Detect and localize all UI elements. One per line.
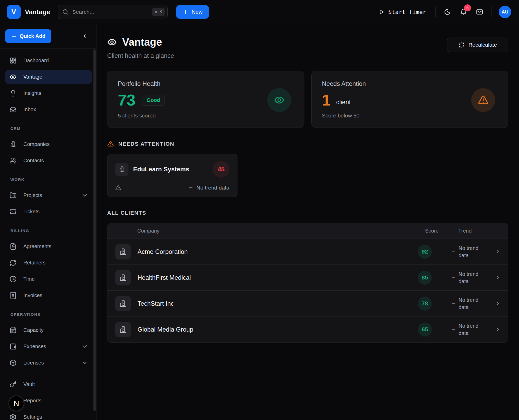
play-icon: [378, 9, 385, 15]
eye-icon: [107, 37, 117, 47]
trend-text: No trend data: [459, 322, 482, 337]
sidebar-spacer: [5, 372, 92, 377]
sidebar-item-expenses[interactable]: Expenses: [5, 340, 92, 353]
sidebar-item-label: Reports: [23, 398, 42, 404]
messages-button[interactable]: [473, 6, 486, 18]
all-clients-section-title: ALL CLIENTS: [107, 210, 508, 216]
quick-add-button[interactable]: Quick Add: [5, 29, 51, 43]
sidebar-item-time[interactable]: Time: [5, 272, 92, 286]
search-input[interactable]: Search... ⌘ K: [58, 5, 168, 19]
eye-icon: [10, 73, 17, 80]
sidebar-item-projects[interactable]: Projects: [5, 188, 92, 202]
attention-client-alert: -: [126, 185, 127, 191]
user-avatar[interactable]: AU: [499, 6, 511, 18]
trend-text: No trend data: [459, 296, 482, 311]
document-icon: [10, 243, 17, 250]
sidebar-section-billing: BILLING: [10, 228, 92, 233]
company-name: TechStart Inc: [138, 300, 174, 307]
column-header-trend: Trend: [456, 228, 495, 234]
sidebar-item-label: Capacity: [23, 327, 44, 333]
start-timer-button[interactable]: Start Timer: [378, 9, 426, 15]
plus-icon: [11, 33, 17, 39]
sidebar-item-licenses[interactable]: Licenses: [5, 356, 92, 370]
receipt-icon: [10, 292, 17, 299]
sidebar-item-label: Retainers: [23, 260, 46, 266]
table-header-row: Company Score Trend: [107, 223, 508, 239]
new-button[interactable]: New: [176, 5, 209, 19]
needs-attention-section-title: NEEDS ATTENTION: [118, 141, 174, 147]
sidebar-item-label: Time: [23, 276, 35, 282]
sidebar-item-agreements[interactable]: Agreements: [5, 240, 92, 253]
sidebar-item-label: Agreements: [23, 243, 51, 249]
sidebar-item-capacity[interactable]: Capacity: [5, 323, 92, 337]
sidebar-item-label: Projects: [23, 192, 42, 198]
sidebar-item-label: Settings: [23, 414, 42, 420]
new-button-label: New: [192, 9, 202, 15]
sidebar-item-retainers[interactable]: Retainers: [5, 256, 92, 270]
calendar-icon: [10, 327, 17, 334]
company-name: Global Media Group: [138, 326, 193, 333]
notifications-button[interactable]: 6: [457, 6, 470, 18]
sidebar-item-label: Tickets: [23, 209, 40, 215]
avatar-initials: AU: [502, 9, 508, 15]
sidebar-item-vault[interactable]: Vault: [5, 377, 92, 391]
chevron-right-icon[interactable]: [495, 249, 501, 255]
nextjs-dev-indicator[interactable]: N: [9, 396, 24, 411]
key-icon: [10, 381, 17, 388]
table-row[interactable]: TechStart Inc 78 No trend data: [107, 291, 508, 317]
company-name: HealthFirst Medical: [138, 274, 191, 281]
main-content: Vantage Client health at a glance Recalc…: [97, 24, 519, 420]
clock-icon: [10, 276, 17, 283]
attention-client-card[interactable]: EduLearn Systems 45 - No trend data: [107, 154, 237, 197]
dashboard-icon: [10, 57, 17, 64]
ticket-icon: [10, 208, 17, 215]
sidebar-item-vantage[interactable]: Vantage: [5, 70, 92, 84]
warning-icon: [107, 141, 114, 147]
sidebar-item-dashboard[interactable]: Dashboard: [5, 54, 92, 67]
sidebar-item-invoices[interactable]: Invoices: [5, 289, 92, 302]
recalculate-label: Recalculate: [468, 42, 497, 48]
gear-icon: [10, 414, 17, 420]
minus-icon: [451, 275, 456, 280]
plus-icon: [183, 9, 188, 15]
sidebar-collapse-button[interactable]: [79, 30, 90, 42]
sidebar-item-label: Contacts: [23, 158, 44, 164]
sidebar-item-tickets[interactable]: Tickets: [5, 205, 92, 219]
company-icon-square: [115, 163, 128, 176]
minus-icon: [451, 249, 456, 254]
portfolio-score: 73: [118, 92, 135, 108]
table-row[interactable]: HealthFirst Medical 85 No trend data: [107, 265, 508, 291]
sidebar-item-label: Vantage: [23, 74, 42, 80]
sidebar-item-insights[interactable]: Insights: [5, 86, 92, 100]
chevron-right-icon[interactable]: [495, 300, 501, 307]
company-name: Acme Corporation: [138, 248, 188, 255]
warning-icon: [478, 95, 489, 106]
sidebar-item-contacts[interactable]: Contacts: [5, 154, 92, 167]
search-icon: [62, 9, 69, 15]
chevron-right-icon[interactable]: [495, 326, 501, 333]
attention-caption: Score below 50: [322, 113, 498, 119]
column-header-score: Score: [425, 228, 456, 234]
table-row[interactable]: Global Media Group 65 No trend data: [107, 317, 508, 342]
company-icon-square: [115, 244, 131, 260]
trend-text: No trend data: [459, 270, 482, 285]
theme-toggle-button[interactable]: [441, 6, 454, 18]
sidebar-item-settings[interactable]: Settings: [5, 410, 92, 420]
app-logo[interactable]: V: [7, 5, 21, 19]
sidebar-section-operations: OPERATIONS: [10, 312, 92, 317]
sidebar-scrollbar[interactable]: [93, 49, 96, 411]
quick-add-label: Quick Add: [20, 33, 45, 39]
page-title: Vantage: [122, 36, 162, 48]
attention-unit: client: [336, 99, 351, 106]
refresh-icon: [459, 42, 465, 48]
recalculate-button[interactable]: Recalculate: [447, 38, 508, 52]
start-timer-label: Start Timer: [388, 9, 426, 15]
chevron-down-icon: [81, 343, 88, 350]
sidebar-item-companies[interactable]: Companies: [5, 137, 92, 151]
chevron-right-icon[interactable]: [495, 275, 501, 281]
portfolio-status-badge: Good: [142, 95, 165, 106]
company-icon-square: [115, 296, 131, 311]
building-icon: [119, 248, 127, 256]
table-row[interactable]: Acme Corporation 92 No trend data: [107, 239, 508, 265]
sidebar-item-inbox[interactable]: Inbox: [5, 103, 92, 116]
